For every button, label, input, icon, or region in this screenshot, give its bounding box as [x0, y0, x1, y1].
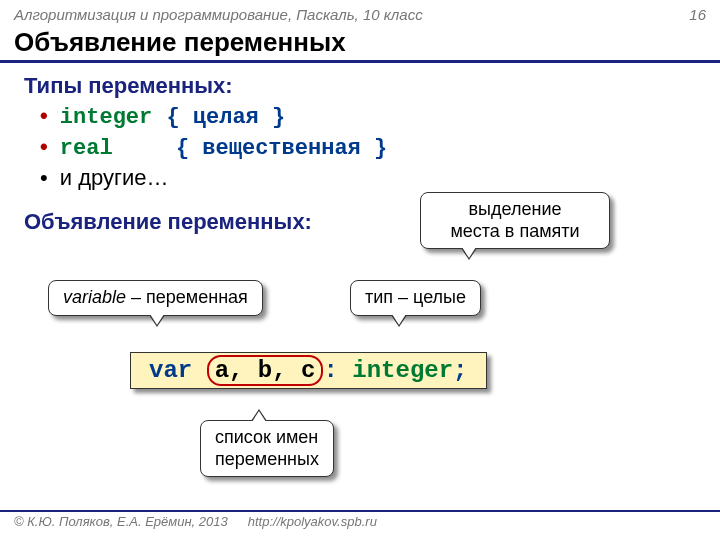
code-semicolon: ;: [453, 357, 467, 384]
type-comment: { целая }: [166, 105, 285, 130]
callout-tail-icon: [149, 315, 165, 327]
callout-line2: переменных: [215, 449, 319, 469]
copyright: © К.Ю. Поляков, Е.А. Ерёмин, 2013: [14, 514, 228, 538]
page-title: Объявление переменных: [0, 23, 720, 63]
callout-line2: места в памяти: [450, 221, 579, 241]
callout-type-text: тип – целые: [365, 287, 466, 307]
page-number: 16: [689, 6, 706, 23]
bullet-icon: •: [40, 134, 48, 159]
callout-type: тип – целые: [350, 280, 481, 316]
code-var-names: a, b, c: [207, 355, 324, 386]
content-area: Типы переменных: • integer { целая } • r…: [0, 63, 720, 235]
type-kw: integer: [60, 105, 152, 130]
type-row-real: • real { вещественная }: [40, 134, 696, 161]
callout-line1: список имен: [215, 427, 318, 447]
type-kw: real: [60, 136, 162, 161]
type-comment: { вещественная }: [176, 136, 387, 161]
slide-footer: © К.Ю. Поляков, Е.А. Ерёмин, 2013 http:/…: [0, 510, 720, 540]
callout-variable-ru: – переменная: [126, 287, 248, 307]
code-declaration: var a, b, c: integer;: [130, 352, 487, 389]
type-row-others: • и другие…: [40, 165, 696, 191]
bullet-icon: •: [40, 165, 48, 190]
callout-tail-icon: [251, 409, 267, 421]
callout-line1: выделение: [469, 199, 562, 219]
code-type: integer: [352, 357, 453, 384]
callout-tail-icon: [391, 315, 407, 327]
footer-url: http://kpolyakov.spb.ru: [248, 514, 377, 538]
callout-variable: variable – переменная: [48, 280, 263, 316]
slide-header: Алгоритмизация и программирование, Паска…: [0, 0, 720, 23]
types-heading: Типы переменных:: [24, 73, 696, 99]
others-label: и другие…: [60, 165, 169, 190]
course-label: Алгоритмизация и программирование, Паска…: [14, 6, 423, 23]
callout-varlist: список имен переменных: [200, 420, 334, 477]
callout-variable-en: variable: [63, 287, 126, 307]
callout-memory: выделение места в памяти: [420, 192, 610, 249]
callout-tail-icon: [461, 248, 477, 260]
code-colon: :: [323, 357, 337, 384]
code-keyword-var: var: [149, 357, 192, 384]
bullet-icon: •: [40, 103, 48, 128]
type-row-integer: • integer { целая }: [40, 103, 696, 130]
